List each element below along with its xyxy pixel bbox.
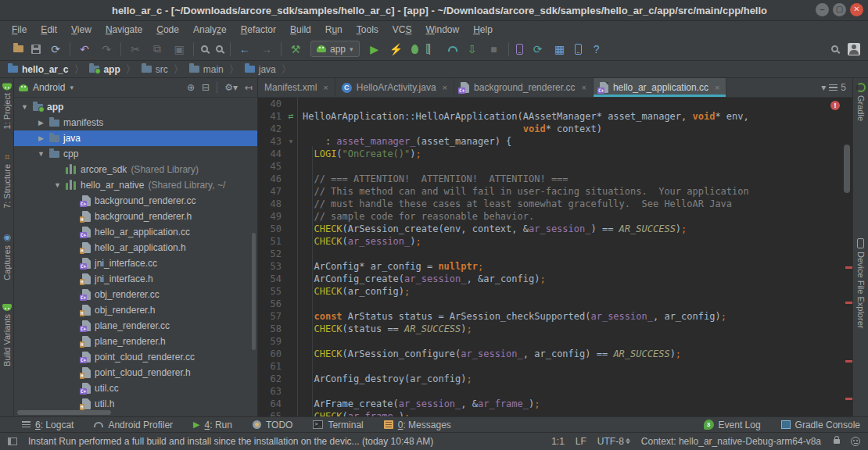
tree-item-arcore_sdk[interactable]: arcore_sdk (Shared Library): [14, 162, 257, 177]
menu-item-analyze[interactable]: Analyze: [186, 23, 234, 37]
toolwindow-button-device-file-explorer[interactable]: Device File Explorer: [856, 238, 866, 328]
editor-scrollbar[interactable]: [844, 145, 850, 193]
back-icon[interactable]: ←: [238, 42, 252, 56]
debug-icon[interactable]: [411, 45, 418, 54]
editor-tab-background_renderer.cc[interactable]: background_renderer.cc×: [454, 78, 594, 97]
device-manager-icon[interactable]: [575, 44, 582, 55]
editor-tab-hello_ar_application.cc[interactable]: hello_ar_application.cc×: [594, 78, 727, 97]
breadcrumb-item-main[interactable]: main: [189, 64, 224, 75]
close-tab-icon[interactable]: ×: [715, 83, 719, 92]
copy-icon[interactable]: ⧉: [150, 42, 164, 56]
collapse-all-icon[interactable]: ⊟: [202, 82, 210, 93]
tree-item-jni_interface.h[interactable]: jni_interface.h: [14, 271, 257, 287]
error-stripe-mark[interactable]: [845, 266, 852, 269]
tree-item-point_cloud_renderer.h[interactable]: point_cloud_renderer.h: [14, 365, 257, 380]
bottom-button-gradle-console[interactable]: Gradle Console: [781, 420, 860, 430]
breadcrumb-item-src[interactable]: src: [142, 64, 168, 75]
close-tab-icon[interactable]: ×: [323, 83, 328, 92]
menu-item-window[interactable]: Window: [418, 23, 466, 37]
code-editor[interactable]: 4041⇄HelloArApplication::HelloArApplicat…: [258, 98, 852, 416]
find-icon[interactable]: [201, 45, 208, 52]
minimize-button[interactable]: –: [816, 3, 829, 16]
tree-arrow-down-icon[interactable]: ▼: [20, 103, 29, 111]
tree-item-hello_ar_application.cc[interactable]: hello_ar_application.cc: [14, 224, 257, 240]
apply-changes-icon[interactable]: ⚡: [389, 42, 404, 56]
sync-icon[interactable]: ⟳: [48, 42, 63, 56]
menu-item-navigate[interactable]: Navigate: [99, 23, 149, 37]
tree-item-jni_interface.cc[interactable]: jni_interface.cc: [14, 255, 257, 271]
settings-gear-icon[interactable]: ⚙▾: [224, 82, 238, 93]
file-encoding[interactable]: UTF-8: [597, 436, 630, 447]
tree-item-hello_ar_native[interactable]: ▼hello_ar_native (Shared Library, ~/: [14, 177, 257, 193]
editor-tab-HelloArActivity.java[interactable]: CHelloArActivity.java×: [335, 78, 454, 97]
bottom-button-4-run[interactable]: ▶4: Run: [193, 420, 232, 430]
bottom-button-todo[interactable]: TODO: [253, 420, 292, 430]
bottom-button-0-messages[interactable]: 0: Messages: [384, 420, 451, 430]
build-context[interactable]: Context: hello_ar_native-Debug-arm64-v8a: [641, 436, 821, 447]
help-icon[interactable]: ?: [590, 42, 604, 56]
tree-item-hello_ar_application.h[interactable]: hello_ar_application.h: [14, 240, 257, 255]
tree-item-background_renderer.h[interactable]: background_renderer.h: [14, 209, 257, 224]
maximize-button[interactable]: ▢: [833, 3, 846, 16]
menu-item-help[interactable]: Help: [466, 23, 500, 37]
toolwindow-button-7-structure[interactable]: 7: Structure⌗: [2, 152, 12, 209]
sdk-manager-icon[interactable]: ▦: [553, 42, 567, 56]
menu-item-code[interactable]: Code: [149, 23, 186, 37]
menu-item-file[interactable]: File: [5, 23, 34, 37]
line-separator[interactable]: LF: [576, 436, 586, 447]
save-all-icon[interactable]: [31, 45, 41, 54]
tree-item-plane_renderer.cc[interactable]: plane_renderer.cc: [14, 318, 257, 334]
tree-item-manifests[interactable]: ▶manifests: [14, 115, 257, 130]
editor-tab-Manifest.xml[interactable]: Manifest.xml×: [258, 78, 335, 97]
build-icon[interactable]: ⚒: [289, 42, 303, 56]
paste-icon[interactable]: ▣: [172, 42, 186, 56]
tree-item-plane_renderer.h[interactable]: plane_renderer.h: [14, 334, 257, 349]
gradle-sync-icon[interactable]: ⟳: [531, 42, 545, 56]
profiler-icon[interactable]: ⫿⎸: [426, 42, 440, 56]
user-avatar[interactable]: [848, 43, 860, 55]
tree-item-java[interactable]: ▶java: [14, 130, 257, 146]
tree-item-util.cc[interactable]: util.cc: [14, 380, 257, 396]
bottom-button-event-log[interactable]: 3Event Log: [704, 420, 761, 430]
toolwindow-button-1-project[interactable]: 1: Project: [2, 83, 12, 129]
tree-arrow-down-icon[interactable]: ▼: [37, 150, 45, 158]
hide-panel-icon[interactable]: ↤: [245, 82, 253, 93]
tree-item-background_renderer.cc[interactable]: background_renderer.cc: [14, 193, 257, 209]
locate-icon[interactable]: ⊕: [187, 82, 195, 93]
bottom-button-terminal[interactable]: >_Terminal: [313, 420, 363, 430]
menu-item-edit[interactable]: Edit: [34, 23, 64, 37]
toolwindow-toggle-icon[interactable]: [8, 438, 17, 445]
error-indicator-badge[interactable]: !: [830, 101, 840, 110]
menu-item-tools[interactable]: Tools: [350, 23, 386, 37]
close-button[interactable]: ✕: [850, 3, 863, 16]
bottom-button-6-logcat[interactable]: 6: Logcat: [22, 420, 74, 430]
search-everywhere-icon[interactable]: [831, 45, 838, 52]
run-icon[interactable]: ▶: [368, 42, 382, 56]
tree-arrow-down-icon[interactable]: ▼: [53, 181, 62, 189]
replace-icon[interactable]: [216, 45, 223, 52]
avd-manager-icon[interactable]: [516, 44, 523, 55]
forward-icon[interactable]: →: [260, 42, 274, 56]
stop-icon[interactable]: ■: [487, 42, 501, 56]
breadcrumb-item-app[interactable]: app: [89, 64, 120, 75]
tree-item-point_cloud_renderer.cc[interactable]: point_cloud_renderer.cc: [14, 349, 257, 365]
project-tree-hscrollbar[interactable]: [17, 410, 111, 415]
close-tab-icon[interactable]: ×: [443, 83, 447, 92]
attach-profiler-icon[interactable]: [448, 46, 457, 52]
toolwindow-button-build-variants[interactable]: Build Variants: [2, 304, 12, 366]
project-view-selector[interactable]: Android: [33, 82, 65, 93]
tree-arrow-right-icon[interactable]: ▶: [37, 134, 45, 142]
toolwindow-button-gradle[interactable]: Gradle: [856, 83, 866, 121]
change-marker-icon[interactable]: ⇄: [285, 110, 297, 123]
tree-item-obj_renderer.cc[interactable]: obj_renderer.cc: [14, 287, 257, 302]
bottom-button-android-profiler[interactable]: Android Profiler: [94, 420, 173, 430]
tree-item-util.h[interactable]: util.h: [14, 396, 257, 412]
toolwindow-button-captures[interactable]: Captures◉: [2, 232, 12, 280]
caret-position[interactable]: 1:1: [551, 436, 565, 447]
error-stripe-mark[interactable]: [845, 302, 852, 304]
menu-item-run[interactable]: Run: [318, 23, 350, 37]
highlighting-level-icon[interactable]: [851, 437, 860, 446]
breadcrumb-item-hello_ar_c[interactable]: hello_ar_c: [8, 64, 68, 75]
error-stripe-mark[interactable]: [845, 398, 852, 400]
status-message[interactable]: Instant Run performed a full build and i…: [28, 436, 540, 447]
